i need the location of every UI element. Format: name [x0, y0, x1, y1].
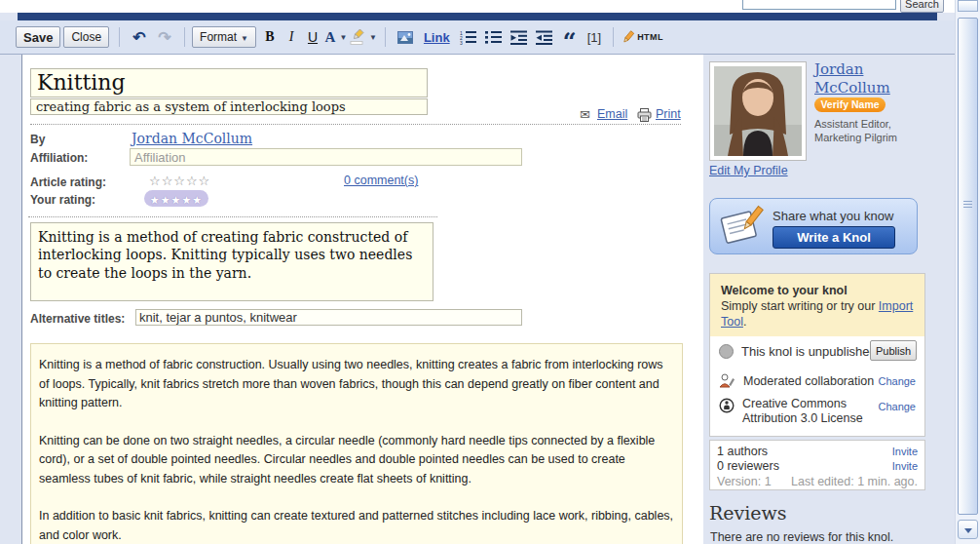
article-rating-label: Article rating:	[30, 175, 106, 189]
chevron-down-icon	[964, 528, 972, 533]
footnote-button[interactable]: [1]	[587, 30, 601, 45]
license-text: Creative Commons Attribution 3.0 License	[742, 397, 863, 426]
author-link[interactable]: Jordan McCollum	[132, 131, 252, 146]
scrollbar-thumb[interactable]	[958, 18, 978, 515]
divider	[30, 124, 681, 125]
email-print-row: ✉ Email Print	[22, 107, 703, 123]
publish-button[interactable]: Publish	[870, 340, 917, 361]
editor-toolbar: Save Close ↶ ↷ Format▼ B I U A▼ ▼	[0, 20, 955, 55]
edit-html-button[interactable]: HTML	[622, 25, 663, 49]
font-color-icon: A	[325, 29, 336, 46]
scrollbar-grip-icon	[963, 199, 972, 210]
search-button[interactable]: Search	[900, 0, 944, 13]
pencil-icon	[622, 30, 635, 44]
outdent-icon	[510, 30, 528, 45]
editor-main-panel: Knitting creating fabric as a system of …	[21, 55, 703, 544]
by-label: By	[30, 133, 45, 146]
creative-commons-icon	[719, 398, 735, 413]
share-promo-text: Share what you know	[773, 209, 893, 223]
html-label: HTML	[637, 32, 663, 42]
ordered-list-icon: 1 2 3	[460, 30, 477, 45]
undo-icon[interactable]: ↶	[128, 25, 151, 49]
body-paragraph: In addition to basic knit fabrics, knitt…	[39, 507, 674, 544]
welcome-box: Welcome to your knol Simply start writin…	[709, 273, 925, 437]
welcome-header: Welcome to your knol Simply start writin…	[710, 274, 924, 336]
print-icon	[637, 108, 652, 122]
insert-link-button[interactable]: Link	[424, 30, 450, 45]
write-a-knol-button[interactable]: Write a Knol	[773, 226, 895, 249]
divider	[28, 216, 437, 217]
body-paragraph: Knitting is a method of fabric construct…	[39, 356, 674, 413]
license-line: Attribution 3.0 License	[742, 411, 863, 425]
ordered-list-button[interactable]: 1 2 3	[457, 25, 480, 49]
comments-link[interactable]: 0 comment(s)	[344, 174, 418, 187]
authors-count: 1 authors	[717, 445, 768, 458]
toolbar-separator	[184, 27, 185, 47]
body-paragraph: Knitting can be done on two straight nee…	[39, 432, 674, 489]
authors-stats-box: 1 authors Invite 0 reviewers Invite Vers…	[709, 440, 925, 490]
page-scrollbar[interactable]	[955, 0, 980, 544]
format-dropdown[interactable]: Format▼	[192, 26, 256, 48]
scrollbar-top-button[interactable]	[958, 0, 978, 12]
close-button[interactable]: Close	[63, 26, 109, 48]
article-rating-stars-icon: ☆☆☆☆☆	[149, 174, 210, 188]
role-line: Assistant Editor,	[814, 117, 897, 131]
bold-button[interactable]: B	[259, 29, 281, 45]
alternative-titles-input[interactable]	[135, 309, 522, 326]
your-rating-label: Your rating:	[30, 193, 95, 207]
toolbar-separator	[119, 27, 120, 47]
search-input[interactable]	[742, 0, 896, 10]
version-text: Version: 1	[717, 475, 772, 488]
change-license-link[interactable]: Change	[878, 401, 916, 412]
body-editor[interactable]: Knitting is a method of fabric construct…	[30, 343, 683, 544]
insert-image-button[interactable]	[394, 25, 417, 49]
knol-editor-page: Search Save Close ↶ ↷ Format▼ B I U A▼ ▼	[0, 0, 980, 544]
verify-name-badge[interactable]: Verify Name	[814, 97, 886, 112]
write-knol-icon	[718, 205, 767, 250]
navy-header-bar	[18, 13, 937, 20]
your-rating-widget[interactable]: ★★★★★	[144, 190, 208, 207]
unpublished-status-text: This knol is unpublished.	[741, 344, 880, 359]
chevron-down-icon: ▼	[369, 33, 377, 42]
reviews-empty-text: There are no reviews for this knol.	[710, 530, 893, 544]
reviewers-count: 0 reviewers	[717, 459, 779, 473]
author-photo[interactable]	[709, 61, 807, 161]
author-photo-image	[714, 66, 802, 156]
indent-button[interactable]	[533, 25, 556, 49]
unpublished-status-icon	[719, 344, 734, 359]
italic-button[interactable]: I	[281, 29, 302, 45]
edit-profile-link[interactable]: Edit My Profile	[709, 164, 788, 177]
email-icon: ✉	[580, 107, 590, 122]
license-row: Creative Commons Attribution 3.0 License	[719, 397, 863, 426]
last-edited-text: Last edited: 1 min. ago.	[791, 475, 918, 488]
blockquote-button[interactable]: “	[558, 25, 582, 49]
scrollbar-down-button[interactable]	[958, 520, 978, 539]
affiliation-label: Affiliation:	[30, 151, 88, 165]
title-field[interactable]: Knitting	[30, 68, 428, 97]
save-button[interactable]: Save	[16, 26, 60, 48]
invite-reviewers-link[interactable]: Invite	[892, 460, 918, 472]
outdent-button[interactable]	[508, 25, 531, 49]
affiliation-input[interactable]	[130, 148, 522, 166]
bullet-list-icon	[485, 30, 503, 45]
highlighter-icon	[350, 29, 365, 45]
svg-text:3: 3	[460, 39, 463, 45]
collaboration-icon	[719, 373, 735, 388]
print-link[interactable]: Print	[656, 107, 681, 121]
change-collaboration-link[interactable]: Change	[878, 375, 916, 387]
summary-field[interactable]: Knitting is a method of creating fabric …	[30, 222, 433, 301]
toolbar-separator	[385, 27, 386, 47]
blockquote-icon: “	[563, 37, 577, 47]
highlight-button[interactable]: ▼	[350, 25, 377, 49]
redo-icon: ↷	[153, 25, 176, 49]
invite-authors-link[interactable]: Invite	[892, 446, 918, 457]
bullet-list-button[interactable]	[482, 25, 506, 49]
font-color-button[interactable]: A▼	[324, 25, 348, 49]
email-link[interactable]: Email	[597, 107, 627, 121]
welcome-title: Welcome to your knol	[721, 283, 914, 298]
underline-button[interactable]: U	[302, 29, 323, 45]
format-label: Format	[200, 30, 237, 44]
chevron-down-icon: ▼	[339, 33, 347, 42]
sidebar-author-link[interactable]: Jordan McCollum	[814, 60, 900, 97]
reviews-heading: Reviews	[709, 502, 787, 524]
